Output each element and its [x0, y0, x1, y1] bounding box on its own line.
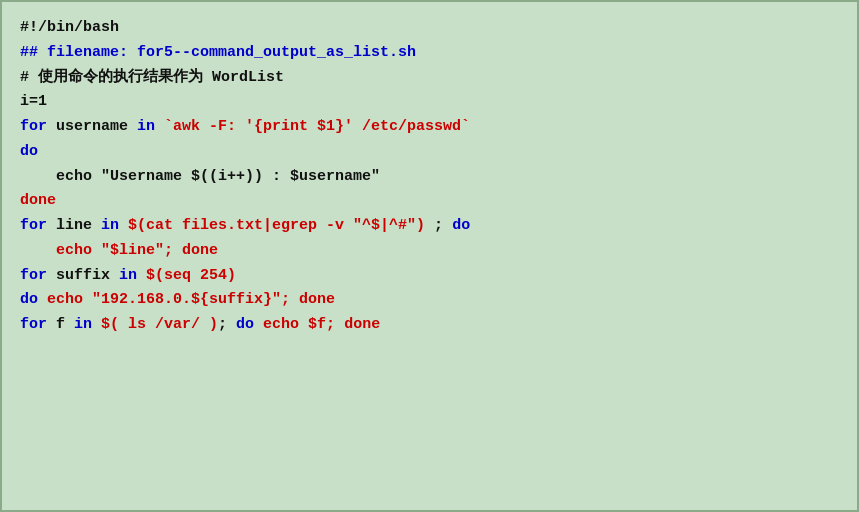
- code-line-do3: do echo "192.168.0.${suffix}"; done: [20, 288, 839, 313]
- code-line-filename: ## filename: for5--command_output_as_lis…: [20, 41, 839, 66]
- code-line-comment: # 使用命令的执行结果作为 WordList: [20, 66, 839, 91]
- code-line-for1: for username in `awk -F: '{print $1}' /e…: [20, 115, 839, 140]
- code-line-do1: do: [20, 140, 839, 165]
- code-line-for2: for line in $(cat files.txt|egrep -v "^$…: [20, 214, 839, 239]
- code-line-echo2: echo "$line"; done: [20, 239, 839, 264]
- code-block: #!/bin/bash## filename: for5--command_ou…: [0, 0, 859, 512]
- code-line-shebang: #!/bin/bash: [20, 16, 839, 41]
- code-line-for4: for f in $( ls /var/ ); do echo $f; done: [20, 313, 839, 338]
- code-line-echo1: echo "Username $((i++)) : $username": [20, 165, 839, 190]
- code-line-for3: for suffix in $(seq 254): [20, 264, 839, 289]
- code-line-done1: done: [20, 189, 839, 214]
- code-line-init: i=1: [20, 90, 839, 115]
